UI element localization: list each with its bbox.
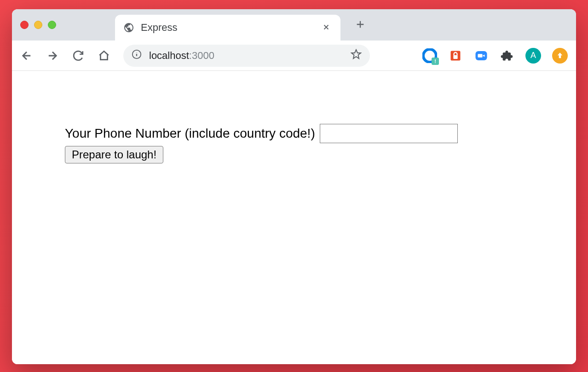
close-window-button[interactable] [20,21,29,29]
tab-strip: Express [12,9,576,41]
svg-rect-5 [478,54,483,58]
browser-toolbar: localhost:3000 ! A [12,41,576,71]
window-controls [20,21,56,29]
forward-button[interactable] [46,49,59,62]
extension-lock-icon[interactable] [448,48,463,63]
extensions-row: ! A [422,48,568,64]
extension-circle-icon[interactable]: ! [422,48,437,63]
bookmark-star-icon[interactable] [351,49,362,63]
extension-video-icon[interactable] [474,48,489,63]
home-button[interactable] [98,49,110,62]
close-tab-button[interactable] [320,19,332,36]
browser-window: Express localhost:3000 [12,9,576,364]
url-host: localhost [149,50,189,61]
update-icon[interactable] [552,48,568,64]
browser-tab[interactable]: Express [115,15,340,41]
phone-input[interactable] [320,124,458,143]
profile-avatar[interactable]: A [525,48,541,64]
svg-rect-3 [453,55,457,58]
tab-title: Express [141,22,314,34]
reload-button[interactable] [72,49,85,62]
url-text: localhost:3000 [149,50,214,62]
site-info-icon[interactable] [132,49,142,62]
url-port: :3000 [189,50,214,61]
globe-icon [123,22,134,33]
extensions-puzzle-icon[interactable] [500,48,514,63]
minimize-window-button[interactable] [34,21,42,29]
new-tab-button[interactable] [355,17,365,33]
maximize-window-button[interactable] [48,21,56,29]
back-button[interactable] [20,49,33,62]
page-content: Your Phone Number (include country code!… [12,71,576,364]
address-bar[interactable]: localhost:3000 [123,45,370,67]
extension-badge: ! [432,58,439,65]
phone-form-row: Your Phone Number (include country code!… [65,124,523,143]
phone-label: Your Phone Number (include country code!… [65,126,315,141]
avatar-letter: A [530,51,536,60]
submit-button[interactable]: Prepare to laugh! [65,146,163,163]
